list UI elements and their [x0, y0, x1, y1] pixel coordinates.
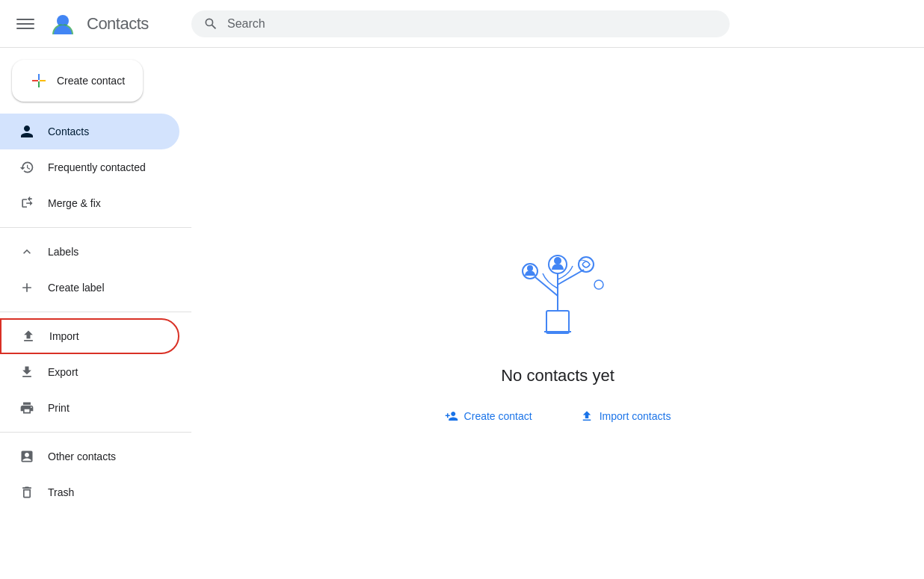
labels-label: Labels	[48, 246, 78, 258]
search-icon	[203, 16, 218, 31]
main-import-contacts-button[interactable]: Import contacts	[568, 403, 683, 429]
svg-rect-2	[16, 28, 34, 29]
header-left: Contacts	[12, 9, 191, 39]
sidebar-item-contacts-label: Contacts	[48, 126, 89, 137]
menu-icon[interactable]	[12, 10, 39, 37]
other-contacts-icon	[18, 448, 36, 465]
svg-point-15	[554, 257, 561, 264]
main-import-icon	[580, 409, 594, 423]
layout: Create contact Contacts Frequently conta…	[0, 48, 924, 579]
chevron-up-icon	[18, 243, 36, 261]
main-create-contact-button[interactable]: Create contact	[433, 403, 544, 429]
trash-icon	[18, 483, 36, 501]
sidebar-item-frequently-contacted[interactable]: Frequently contacted	[0, 149, 179, 185]
export-icon	[18, 363, 36, 381]
print-icon	[18, 399, 36, 417]
svg-rect-6	[38, 81, 40, 87]
divider-1	[0, 227, 191, 228]
plus-icon	[30, 72, 48, 90]
svg-rect-8	[40, 80, 46, 81]
search-placeholder: Search	[227, 17, 265, 31]
svg-rect-9	[546, 311, 569, 333]
create-label-text: Create label	[48, 282, 105, 294]
divider-2	[0, 312, 191, 312]
header: Contacts Search	[0, 0, 924, 48]
svg-point-4	[59, 17, 67, 25]
sidebar-item-export[interactable]: Export	[0, 354, 179, 390]
main-import-contacts-label: Import contacts	[600, 410, 671, 422]
svg-rect-0	[16, 19, 34, 20]
svg-point-18	[579, 257, 594, 272]
sidebar-item-import-label: Import	[49, 330, 79, 342]
svg-rect-7	[32, 80, 38, 81]
create-label-icon	[18, 279, 36, 297]
divider-3	[0, 432, 191, 433]
sidebar-item-create-label[interactable]: Create label	[0, 270, 179, 306]
sidebar: Create contact Contacts Frequently conta…	[0, 48, 191, 579]
empty-illustration	[483, 199, 632, 348]
labels-section-header[interactable]: Labels	[0, 234, 191, 270]
sidebar-item-contacts[interactable]: Contacts	[0, 114, 179, 149]
svg-rect-5	[38, 74, 40, 80]
main-content: No contacts yet Create contact Import co…	[191, 48, 924, 579]
sidebar-item-frequently-contacted-label: Frequently contacted	[48, 161, 146, 173]
person-icon	[18, 123, 36, 140]
create-contact-label: Create contact	[57, 75, 125, 87]
merge-icon	[18, 194, 36, 212]
svg-rect-1	[16, 23, 34, 25]
no-contacts-title: No contacts yet	[501, 366, 615, 386]
create-contact-button[interactable]: Create contact	[12, 60, 143, 102]
import-icon	[19, 327, 37, 345]
sidebar-item-other-contacts-label: Other contacts	[48, 450, 116, 462]
sidebar-item-other-contacts[interactable]: Other contacts	[0, 439, 179, 474]
sidebar-item-import[interactable]: Import	[0, 318, 179, 354]
sidebar-item-trash[interactable]: Trash	[0, 474, 179, 510]
svg-point-19	[594, 280, 603, 289]
sidebar-item-trash-label: Trash	[48, 486, 74, 498]
main-create-contact-icon	[445, 409, 458, 423]
action-buttons: Create contact Import contacts	[433, 403, 683, 429]
sidebar-item-print[interactable]: Print	[0, 390, 179, 426]
history-icon	[18, 158, 36, 176]
app-title: Contacts	[87, 14, 149, 34]
main-create-contact-label: Create contact	[464, 410, 532, 422]
search-bar[interactable]: Search	[191, 10, 730, 37]
sidebar-item-export-label: Export	[48, 366, 78, 378]
app-logo	[48, 9, 78, 39]
sidebar-item-print-label: Print	[48, 402, 70, 414]
svg-point-17	[527, 265, 533, 271]
sidebar-item-merge-fix-label: Merge & fix	[48, 197, 101, 209]
sidebar-item-merge-fix[interactable]: Merge & fix	[0, 185, 179, 221]
